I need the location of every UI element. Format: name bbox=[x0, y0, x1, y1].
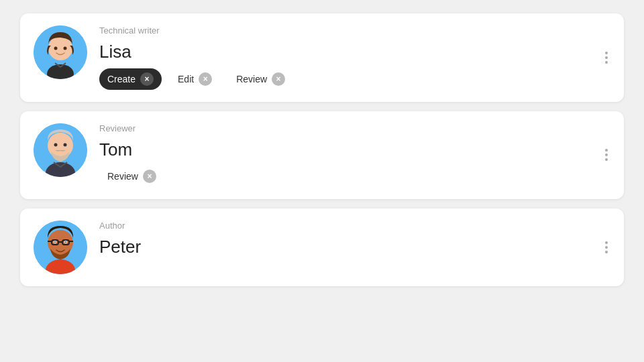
tag-edit-close[interactable]: × bbox=[199, 72, 212, 86]
user-card-peter: Author Peter bbox=[20, 208, 624, 286]
dot2 bbox=[605, 246, 608, 249]
tag-review-lisa[interactable]: Review × bbox=[228, 68, 293, 90]
user-card-lisa: Technical writer Lisa Create × Edit × Re… bbox=[20, 13, 624, 102]
svg-point-20 bbox=[54, 241, 56, 243]
svg-point-3 bbox=[54, 47, 58, 50]
tag-review-tom[interactable]: Review × bbox=[99, 166, 164, 187]
tag-edit-label: Edit bbox=[178, 74, 194, 84]
card-content-peter: Author Peter bbox=[99, 221, 610, 263]
role-label-lisa: Technical writer bbox=[99, 25, 610, 36]
card-content-lisa: Technical writer Lisa Create × Edit × Re… bbox=[99, 25, 610, 90]
dot1 bbox=[605, 149, 608, 152]
tag-create[interactable]: Create × bbox=[99, 68, 162, 90]
user-name-tom: Tom bbox=[99, 140, 610, 160]
svg-point-4 bbox=[64, 47, 67, 50]
avatar-lisa bbox=[34, 25, 87, 79]
dot3 bbox=[605, 251, 608, 253]
dot3 bbox=[605, 61, 608, 64]
tag-create-close[interactable]: × bbox=[140, 72, 154, 86]
role-label-peter: Author bbox=[99, 221, 610, 231]
tag-create-label: Create bbox=[107, 74, 136, 84]
user-name-peter: Peter bbox=[99, 237, 610, 257]
tag-review-lisa-close[interactable]: × bbox=[272, 72, 285, 86]
user-card-tom: Reviewer Tom Review × bbox=[20, 111, 624, 200]
more-button-tom[interactable] bbox=[601, 145, 612, 165]
avatar-peter bbox=[34, 221, 87, 274]
tag-review-tom-close[interactable]: × bbox=[143, 170, 156, 183]
svg-point-8 bbox=[54, 143, 58, 146]
dot1 bbox=[605, 241, 608, 244]
dot2 bbox=[605, 56, 608, 59]
svg-point-21 bbox=[65, 241, 66, 243]
tags-row-tom: Review × bbox=[99, 166, 610, 187]
svg-point-7 bbox=[48, 133, 73, 158]
card-content-tom: Reviewer Tom Review × bbox=[99, 123, 610, 188]
tag-review-tom-label: Review bbox=[107, 171, 138, 182]
user-name-lisa: Lisa bbox=[99, 42, 610, 62]
more-button-lisa[interactable] bbox=[601, 48, 612, 68]
more-button-peter[interactable] bbox=[601, 237, 612, 257]
avatar-tom bbox=[34, 123, 87, 177]
tags-row-lisa: Create × Edit × Review × bbox=[99, 68, 610, 90]
role-label-tom: Reviewer bbox=[99, 123, 610, 133]
dot1 bbox=[605, 52, 608, 54]
dot2 bbox=[605, 154, 608, 156]
tag-edit[interactable]: Edit × bbox=[170, 68, 220, 90]
tag-review-lisa-label: Review bbox=[236, 74, 267, 84]
svg-point-9 bbox=[64, 143, 67, 146]
dot3 bbox=[605, 158, 608, 161]
